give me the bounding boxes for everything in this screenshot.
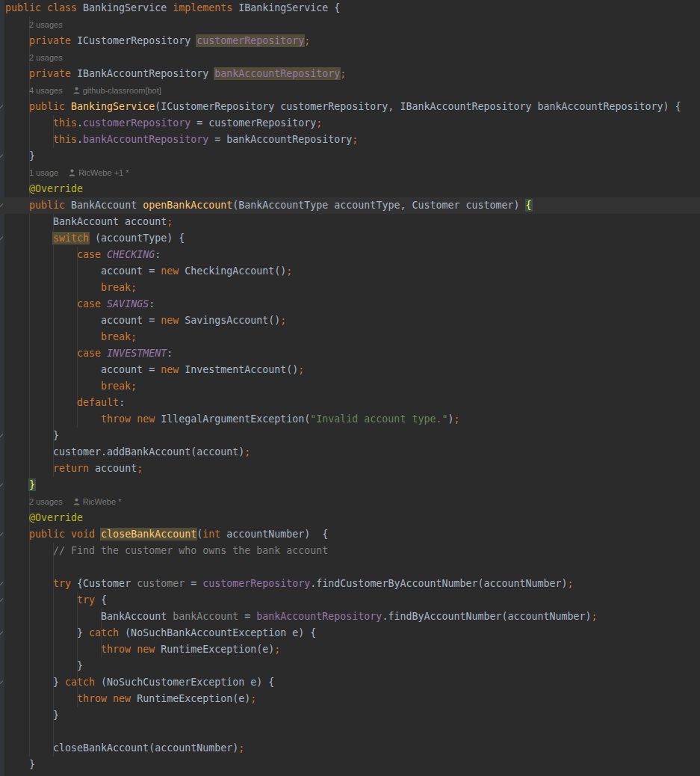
code-line[interactable]: private ICustomerRepository customerRepo… (0, 33, 700, 49)
usage-inlay-hint[interactable]: 2 usages (0, 16, 700, 33)
code-token: bankAccountRepository (83, 134, 208, 145)
author-person-icon (69, 169, 75, 176)
code-line[interactable]: } (0, 658, 700, 674)
code-editor[interactable]: public class BankingService implements I… (0, 0, 700, 776)
usages-count-label[interactable]: 2 usages (29, 16, 63, 33)
code-line[interactable]: break; (0, 280, 700, 296)
code-token: = bankAccountRepository (208, 134, 352, 145)
code-token: @Override (29, 512, 83, 523)
code-token: openBankAccount (143, 200, 232, 211)
code-line[interactable]: this.customerRepository = customerReposi… (0, 115, 700, 132)
code-token (5, 381, 101, 392)
code-token: public class (5, 2, 83, 13)
code-token: break; (101, 381, 137, 392)
usage-inlay-hint[interactable]: 4 usagesgithub-classroom[bot] (0, 82, 700, 99)
code-line[interactable]: public void closeBankAccount(int account… (0, 526, 700, 543)
code-token: } (5, 660, 83, 671)
code-line[interactable]: throw new RuntimeException(e); (0, 691, 700, 707)
code-token: = customerRepository (191, 117, 316, 129)
code-line[interactable]: } (0, 757, 700, 773)
code-line[interactable]: case SAVINGS: (0, 296, 700, 312)
code-line[interactable]: } catch (NoSuchBankAccountException e) { (0, 625, 700, 641)
code-line[interactable]: @Override (0, 181, 700, 197)
code-line[interactable]: public class BankingService implements I… (0, 0, 700, 16)
code-line[interactable]: } (0, 148, 700, 164)
code-line[interactable]: try { (0, 592, 700, 609)
usage-highlighted-token: closeBankAccount (101, 529, 196, 540)
code-token: : (155, 249, 161, 260)
code-line[interactable]: } (0, 707, 700, 724)
code-token: default (77, 397, 119, 408)
code-line[interactable]: customer.addBankAccount(account); (0, 444, 700, 461)
code-line[interactable] (0, 724, 700, 740)
fold-chevron-icon[interactable] (0, 433, 4, 440)
code-token: (ICustomerRepository customerRepository,… (155, 101, 681, 112)
code-line[interactable]: @Override (0, 510, 700, 526)
code-token (5, 183, 29, 194)
fold-chevron-icon[interactable] (0, 482, 4, 490)
fold-chevron-icon[interactable] (0, 680, 4, 687)
code-token: } (5, 627, 89, 638)
usages-count-label[interactable]: 2 usages (29, 49, 63, 66)
code-line[interactable]: account = new CheckingAccount(); (0, 263, 700, 280)
author-label[interactable]: github-classroom[bot] (83, 82, 161, 99)
code-line[interactable]: } (0, 428, 700, 444)
code-token: implements (173, 2, 232, 13)
code-line[interactable]: case INVESTMENT: (0, 345, 700, 362)
code-token: = (185, 578, 202, 589)
code-line[interactable]: this.bankAccountRepository = bankAccount… (0, 132, 700, 148)
code-token: SAVINGS (107, 298, 149, 310)
code-line[interactable]: } catch (NoSuchCustomerException e) { (0, 674, 700, 691)
usages-count-label[interactable]: 2 usages (29, 493, 63, 510)
fold-chevron-icon[interactable] (0, 203, 4, 210)
usage-inlay-hint[interactable]: 1 usageRicWebe +1 * (0, 164, 700, 181)
code-line[interactable]: try {Customer customer = customerReposit… (0, 576, 700, 592)
code-line[interactable]: account = new SavingsAccount(); (0, 312, 700, 329)
code-line[interactable]: BankAccount bankAccount = bankAccountRep… (0, 609, 700, 625)
code-token: bankAccount (173, 611, 238, 622)
code-line[interactable]: break; (0, 378, 700, 395)
code-line[interactable]: public BankAccount openBankAccount(BankA… (0, 197, 700, 214)
code-line[interactable]: BankAccount account; (0, 214, 700, 230)
code-line[interactable] (0, 559, 700, 576)
code-line[interactable]: break; (0, 329, 700, 345)
code-token: CHECKING (107, 249, 155, 260)
author-label[interactable]: RicWebe * (83, 493, 122, 510)
code-token: case (77, 249, 107, 260)
code-line[interactable]: // Find the customer who owns the bank a… (0, 543, 700, 559)
code-line[interactable]: throw new RuntimeException(e); (0, 641, 700, 658)
code-line[interactable]: default: (0, 395, 700, 411)
code-line[interactable]: throw new IllegalArgumentException("Inva… (0, 411, 700, 428)
code-token: BankAccount account (5, 216, 167, 227)
code-line[interactable]: public BankingService(ICustomerRepositor… (0, 99, 700, 115)
fold-chevron-icon[interactable] (0, 581, 4, 588)
code-line[interactable]: account = new InvestmentAccount(); (0, 362, 700, 378)
code-line[interactable]: closeBankAccount(accountNumber); (0, 740, 700, 757)
usage-inlay-hint[interactable]: 2 usagesRicWebe * (0, 493, 700, 510)
usages-count-label[interactable]: 4 usages (29, 82, 63, 99)
code-token: this (53, 117, 77, 129)
code-token: ; (137, 463, 143, 474)
code-token: account = (5, 364, 161, 375)
code-line[interactable]: case CHECKING: (0, 247, 700, 263)
code-token: account = (5, 315, 161, 326)
code-token (5, 594, 77, 606)
code-token (5, 134, 53, 145)
code-token: new (161, 265, 179, 277)
code-line[interactable]: } (0, 477, 700, 493)
fold-chevron-icon[interactable] (0, 597, 4, 605)
code-token: (NoSuchBankAccountException e) { (119, 627, 316, 638)
code-line[interactable]: switch (accountType) { (0, 230, 700, 247)
fold-chevron-icon[interactable] (0, 532, 4, 539)
code-token: public (29, 101, 71, 112)
code-token: .findCustomerByAccountNumber(accountNumb… (310, 578, 567, 589)
usage-inlay-hint[interactable]: 2 usages (0, 49, 700, 66)
code-line[interactable]: return account; (0, 461, 700, 477)
fold-chevron-icon[interactable] (0, 104, 4, 111)
fold-chevron-icon[interactable] (0, 630, 4, 638)
fold-chevron-icon[interactable] (0, 235, 4, 243)
author-label[interactable]: RicWebe +1 * (78, 164, 128, 181)
fold-chevron-icon[interactable] (0, 153, 4, 161)
usages-count-label[interactable]: 1 usage (29, 164, 58, 181)
code-line[interactable]: private IBankAccountRepository bankAccou… (0, 66, 700, 82)
